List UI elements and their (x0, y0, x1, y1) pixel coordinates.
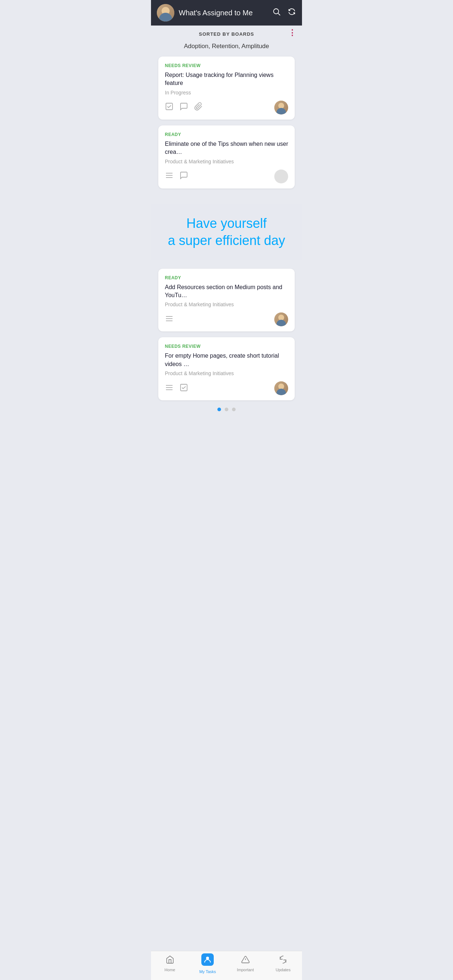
card-title-2: Eliminate one of the Tips shown when new… (165, 140, 288, 156)
attachment-icon[interactable] (194, 102, 203, 113)
sort-label: SORTED BY BOARDS (199, 31, 254, 37)
task-card-3[interactable]: READY Add Resources section on Medium po… (158, 269, 295, 332)
header: What's Assigned to Me (151, 0, 302, 25)
pagination-dot-1[interactable] (217, 407, 221, 411)
task-card-1[interactable]: NEEDS REVIEW Report: Usage tracking for … (158, 57, 295, 119)
card-avatar-4 (274, 381, 288, 395)
checklist-icon-4[interactable] (179, 383, 188, 394)
card-icons-4 (165, 383, 188, 394)
search-icon[interactable] (272, 7, 281, 18)
refresh-icon[interactable] (287, 7, 296, 18)
card-avatar-1 (274, 100, 288, 115)
card-avatar-3 (274, 312, 288, 326)
list-icon-4[interactable] (165, 383, 174, 394)
svg-rect-2 (166, 103, 172, 110)
boards-label: Adoption, Retention, Amplitude (151, 40, 302, 57)
more-options-icon[interactable]: ⋮ (288, 28, 296, 38)
header-icons (272, 7, 296, 18)
card-title-4: For empty Home pages, create short tutor… (165, 352, 288, 368)
card-title-3: Add Resources section on Medium posts an… (165, 283, 288, 300)
task-card-2[interactable]: READY Eliminate one of the Tips shown wh… (158, 126, 295, 188)
card-icons-3 (165, 314, 174, 325)
card-subtitle-1: In Progress (165, 90, 288, 95)
card-footer-2 (165, 170, 288, 183)
task-card-4[interactable]: NEEDS REVIEW For empty Home pages, creat… (158, 337, 295, 400)
cards-lower: READY Add Resources section on Medium po… (151, 269, 302, 401)
card-title-1: Report: Usage tracking for Planning view… (165, 71, 288, 88)
card-subtitle-3: Product & Marketing Initiatives (165, 302, 288, 307)
pagination-dot-3[interactable] (232, 407, 236, 411)
pagination-dot-2[interactable] (225, 407, 228, 411)
list-icon[interactable] (165, 171, 174, 181)
card-icons-1 (165, 102, 203, 113)
card-status-3: READY (165, 275, 288, 280)
sort-bar: SORTED BY BOARDS ⋮ (151, 25, 302, 40)
header-title: What's Assigned to Me (179, 9, 272, 17)
card-icons-2 (165, 171, 188, 181)
overlay-line2: a super efficient day (168, 233, 285, 248)
cards-container: NEEDS REVIEW Report: Usage tracking for … (151, 57, 302, 188)
card-status-1: NEEDS REVIEW (165, 63, 288, 68)
checklist-icon[interactable] (165, 102, 174, 113)
svg-point-0 (274, 9, 279, 14)
card-footer-4 (165, 381, 288, 395)
card-footer-1 (165, 100, 288, 115)
card-status-2: READY (165, 132, 288, 137)
comment-icon[interactable] (179, 102, 188, 113)
svg-rect-12 (180, 384, 187, 391)
card-subtitle-4: Product & Marketing Initiatives (165, 371, 288, 376)
overlay-line1: Have yourself (187, 216, 266, 231)
list-icon-3[interactable] (165, 314, 174, 325)
svg-line-1 (278, 13, 281, 16)
avatar[interactable] (157, 4, 174, 22)
overlay-text: Have yourself a super efficient day (158, 215, 295, 250)
pagination (151, 400, 302, 417)
comment-icon-2[interactable] (179, 171, 188, 181)
card-footer-3 (165, 312, 288, 326)
card-status-4: NEEDS REVIEW (165, 344, 288, 349)
card-avatar-ghost-2 (274, 170, 288, 183)
card-subtitle-2: Product & Marketing Initiatives (165, 159, 288, 164)
overlay-banner: Have yourself a super efficient day (151, 204, 302, 260)
